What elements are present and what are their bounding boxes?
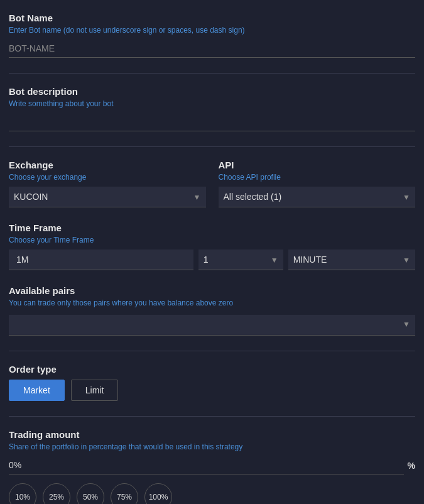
available-pairs-select-wrapper: ▼ [9, 312, 415, 336]
pct-suffix: % [408, 461, 415, 471]
api-select-wrapper: All selected (1) Profile 1 Profile 2 ▼ [219, 187, 416, 207]
exchange-col: Exchange Choose your exchange KUCOIN BIN… [9, 160, 206, 207]
pct-100-button[interactable]: 100% [144, 483, 172, 504]
bot-description-hint: Write something about your bot [9, 99, 415, 108]
bot-description-section: Bot description Write something about yo… [9, 86, 415, 131]
bot-name-section: Bot Name Enter Bot name (do not use unde… [9, 13, 415, 58]
timeframe-hint: Choose your Time Frame [9, 236, 415, 244]
divider-1 [9, 73, 415, 74]
order-type-section: Order type Market Limit [9, 364, 415, 401]
available-pairs-label: Available pairs [9, 285, 415, 296]
api-label: API [219, 160, 416, 170]
timeframe-section: Time Frame Choose your Time Frame 1M 1 2… [9, 222, 415, 270]
trading-amount-row: % [9, 456, 415, 474]
exchange-hint: Choose your exchange [9, 173, 206, 182]
timeframe-num-select[interactable]: 1 2 5 15 30 [198, 249, 283, 270]
available-pairs-hint: You can trade only those pairs where you… [9, 299, 415, 307]
available-pairs-section: Available pairs You can trade only those… [9, 285, 415, 336]
timeframe-row: 1M 1 2 5 15 30 ▼ MINUTE HOUR DAY ▼ [9, 249, 415, 270]
timeframe-unit-wrapper: MINUTE HOUR DAY ▼ [288, 249, 415, 270]
trading-amount-label: Trading amount [9, 429, 415, 440]
timeframe-display: 1M [9, 249, 193, 270]
divider-4 [9, 416, 415, 417]
bot-name-input[interactable] [9, 40, 415, 58]
limit-button[interactable]: Limit [71, 380, 119, 401]
bot-name-label: Bot Name [9, 13, 415, 23]
pct-10-button[interactable]: 10% [9, 483, 36, 504]
pct-75-button[interactable]: 75% [111, 483, 138, 504]
divider-2 [9, 146, 415, 147]
pct-buttons-row: 10% 25% 50% 75% 100% [9, 483, 415, 504]
exchange-select[interactable]: KUCOIN BINANCE COINBASE [9, 187, 206, 207]
timeframe-label: Time Frame [9, 222, 415, 233]
api-hint: Choose API profile [219, 173, 416, 182]
timeframe-num-wrapper: 1 2 5 15 30 ▼ [198, 249, 283, 270]
order-type-buttons: Market Limit [9, 380, 415, 401]
pct-50-button[interactable]: 50% [77, 483, 104, 504]
bot-description-label: Bot description [9, 86, 415, 97]
available-pairs-select[interactable] [9, 315, 415, 336]
trading-amount-hint: Share of the portfolio in percentage tha… [9, 442, 415, 451]
timeframe-unit-select[interactable]: MINUTE HOUR DAY [288, 249, 415, 270]
exchange-api-section: Exchange Choose your exchange KUCOIN BIN… [9, 160, 415, 207]
trading-amount-section: Trading amount Share of the portfolio in… [9, 429, 415, 504]
bot-name-hint: Enter Bot name (do not use underscore si… [9, 26, 415, 35]
bot-description-input[interactable] [9, 113, 415, 131]
pct-25-button[interactable]: 25% [43, 483, 70, 504]
order-type-label: Order type [9, 364, 415, 375]
exchange-select-wrapper: KUCOIN BINANCE COINBASE ▼ [9, 187, 206, 207]
exchange-label: Exchange [9, 160, 206, 170]
divider-3 [9, 351, 415, 351]
api-col: API Choose API profile All selected (1) … [219, 160, 416, 207]
trading-amount-input[interactable] [9, 456, 404, 474]
api-select[interactable]: All selected (1) Profile 1 Profile 2 [219, 187, 416, 207]
market-button[interactable]: Market [9, 380, 65, 401]
